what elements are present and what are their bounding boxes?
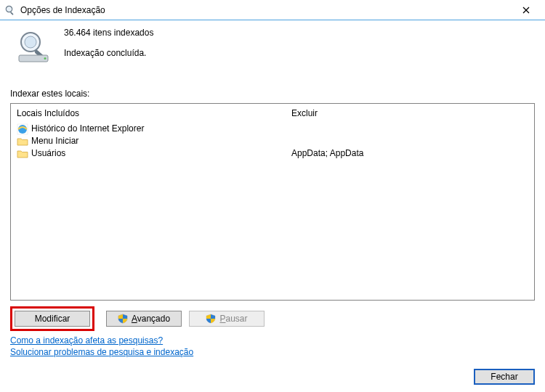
folder-icon — [17, 136, 28, 147]
list-item[interactable]: Histórico do Internet Explorer — [17, 123, 280, 135]
excluded-column: Excluir AppData; AppData — [286, 104, 534, 300]
modify-button[interactable]: Modificar — [15, 311, 90, 327]
status-text: 36.464 itens indexados Indexação concluí… — [64, 26, 153, 68]
footer: Fechar — [474, 369, 535, 385]
exclude-value — [291, 123, 528, 135]
indexed-count: 36.464 itens indexados — [64, 28, 153, 38]
exclude-value — [291, 135, 528, 147]
help-links: Como a indexação afeta as pesquisas? Sol… — [10, 335, 535, 359]
close-button[interactable] — [512, 0, 541, 20]
advanced-button[interactable]: Avançado — [106, 311, 182, 327]
list-item[interactable]: Usuários — [17, 147, 280, 160]
svg-point-9 — [18, 125, 27, 134]
list-item-label: Usuários — [31, 147, 65, 160]
highlight-annotation: Modificar — [10, 306, 94, 331]
link-how-indexing-affects[interactable]: Como a indexação afeta as pesquisas? — [10, 335, 163, 346]
window-title: Opções de Indexação — [20, 5, 512, 15]
locations-panel: Locais Incluídos Histórico do Internet E… — [10, 103, 535, 301]
pause-label: Pausar — [219, 314, 247, 324]
magnifier-drive-icon — [16, 29, 51, 64]
status-row: 36.464 itens indexados Indexação concluí… — [10, 26, 535, 68]
svg-rect-7 — [19, 55, 48, 62]
indexing-state: Indexação concluída. — [64, 48, 153, 58]
folder-icon — [17, 148, 28, 160]
buttons-row: Modificar Avançado — [10, 306, 535, 331]
link-troubleshoot-search[interactable]: Solucionar problemas de pesquisa e index… — [10, 347, 193, 357]
list-item-label: Histórico do Internet Explorer — [31, 123, 144, 135]
excluded-header: Excluir — [291, 108, 528, 118]
client-area: 36.464 itens indexados Indexação concluí… — [0, 20, 545, 366]
shield-icon — [118, 314, 128, 324]
titlebar: Opções de Indexação — [0, 0, 545, 20]
shield-icon — [206, 314, 216, 324]
included-column: Locais Incluídos Histórico do Internet E… — [11, 104, 286, 300]
svg-point-8 — [44, 57, 47, 60]
list-item-label: Menu Iniciar — [31, 135, 78, 147]
advanced-label: Avançado — [132, 314, 170, 324]
list-item[interactable]: Menu Iniciar — [17, 135, 280, 147]
included-header: Locais Incluídos — [17, 108, 280, 118]
exclude-value: AppData; AppData — [291, 147, 528, 160]
magnifier-icon — [4, 4, 16, 16]
close-dialog-button[interactable]: Fechar — [474, 369, 535, 385]
ie-icon — [17, 123, 28, 135]
svg-rect-1 — [10, 12, 14, 15]
svg-point-5 — [25, 36, 36, 48]
svg-point-0 — [6, 6, 12, 12]
pause-button: Pausar — [189, 311, 265, 327]
index-locations-label: Indexar estes locais: — [10, 89, 535, 99]
